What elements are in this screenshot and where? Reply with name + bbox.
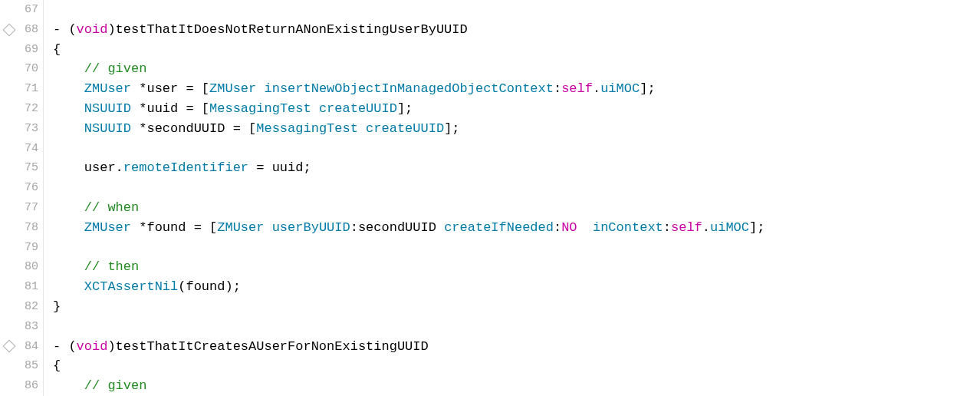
token-plain xyxy=(53,279,84,294)
token-plain xyxy=(53,220,84,235)
token-comment: // when xyxy=(84,200,139,215)
token-type: XCTAssertNil xyxy=(84,279,178,294)
token-plain: { xyxy=(53,42,61,57)
code-line[interactable]: // given xyxy=(53,376,980,396)
token-plain: : xyxy=(554,220,561,235)
code-line[interactable] xyxy=(53,317,980,337)
code-editor[interactable]: 6768697071727374757677787980818283848586… xyxy=(0,0,980,396)
code-line[interactable]: - (void)testThatItDoesNotReturnANonExist… xyxy=(53,20,980,40)
token-plain: } xyxy=(53,299,61,314)
line-number: 75 xyxy=(0,158,38,178)
token-type: NSUUID xyxy=(84,101,131,116)
token-plain: *user = [ xyxy=(131,81,209,96)
token-plain: :secondUUID xyxy=(350,220,444,235)
token-plain xyxy=(53,81,84,96)
code-line[interactable]: { xyxy=(53,40,980,60)
code-line[interactable]: NSUUID *secondUUID = [MessagingTest crea… xyxy=(53,119,980,139)
token-plain xyxy=(53,259,84,274)
token-prop: remoteIdentifier xyxy=(123,160,248,175)
breakpoint-diamond-icon[interactable] xyxy=(3,23,16,36)
code-line[interactable]: - (void)testThatItCreatesAUserForNonExis… xyxy=(53,337,980,357)
token-plain: *found = [ xyxy=(131,220,217,235)
code-line[interactable] xyxy=(53,238,980,258)
code-line[interactable]: ZMUser *found = [ZMUser userByUUID:secon… xyxy=(53,218,980,238)
line-number: 84 xyxy=(0,337,38,357)
token-plain: : xyxy=(554,81,561,96)
token-plain xyxy=(53,101,84,116)
line-number: 69 xyxy=(0,40,38,60)
token-plain: = uuid; xyxy=(248,160,311,175)
token-type: ZMUser xyxy=(84,81,131,96)
line-number: 81 xyxy=(0,277,38,297)
token-method: createUUID xyxy=(319,101,397,116)
token-plain: - ( xyxy=(53,22,77,37)
code-line[interactable] xyxy=(53,139,980,159)
token-kw-self: self xyxy=(671,220,702,235)
token-comment: // given xyxy=(84,378,147,393)
token-type: NSUUID xyxy=(84,121,131,136)
token-plain: (found); xyxy=(178,279,241,294)
line-number: 78 xyxy=(0,218,38,238)
token-kw-void: void xyxy=(77,339,108,354)
breakpoint-diamond-icon[interactable] xyxy=(3,340,16,353)
token-const: NO xyxy=(561,220,577,235)
token-method: insertNewObjectInManagedObjectContext xyxy=(264,81,553,96)
code-line[interactable]: ZMUser *user = [ZMUser insertNewObjectIn… xyxy=(53,79,980,99)
token-plain: ]; xyxy=(444,121,459,136)
token-prop: uiMOC xyxy=(710,220,749,235)
line-number: 73 xyxy=(0,119,38,139)
token-method: createUUID xyxy=(366,121,444,136)
code-line[interactable]: user.remoteIdentifier = uuid; xyxy=(53,158,980,178)
line-number: 76 xyxy=(0,178,38,198)
token-type: ZMUser xyxy=(209,81,256,96)
token-plain: user. xyxy=(53,160,123,175)
code-line[interactable]: XCTAssertNil(found); xyxy=(53,277,980,297)
line-number: 82 xyxy=(0,297,38,317)
code-area[interactable]: - (void)testThatItDoesNotReturnANonExist… xyxy=(44,0,980,396)
line-number: 70 xyxy=(0,59,38,79)
token-plain xyxy=(53,200,84,215)
token-prop: uiMOC xyxy=(600,81,640,96)
token-plain: )testThatItCreatesAUserForNonExistingUUI… xyxy=(107,339,428,354)
token-plain xyxy=(264,220,271,235)
line-number: 67 xyxy=(0,0,38,20)
token-plain xyxy=(577,220,593,235)
token-plain: : xyxy=(663,220,671,235)
code-line[interactable] xyxy=(53,178,980,198)
line-number: 79 xyxy=(0,238,38,258)
code-line[interactable] xyxy=(53,0,980,20)
line-number: 80 xyxy=(0,257,38,277)
code-line[interactable]: { xyxy=(53,356,980,376)
code-line[interactable]: } xyxy=(53,297,980,317)
code-line[interactable]: // then xyxy=(53,257,980,277)
code-line[interactable]: NSUUID *uuid = [MessagingTest createUUID… xyxy=(53,99,980,119)
line-number: 68 xyxy=(0,20,38,40)
token-plain: ]; xyxy=(640,81,655,96)
code-line[interactable]: // when xyxy=(53,198,980,218)
token-type: ZMUser xyxy=(217,220,264,235)
token-kw-void: void xyxy=(77,22,108,37)
token-plain xyxy=(311,101,319,116)
token-plain: *uuid = [ xyxy=(131,101,209,116)
token-plain: ]; xyxy=(397,101,413,116)
line-number: 72 xyxy=(0,99,38,119)
token-plain xyxy=(53,61,84,76)
token-plain xyxy=(53,121,84,136)
token-plain: )testThatItDoesNotReturnANonExistingUser… xyxy=(107,22,467,37)
token-comment: // then xyxy=(84,259,139,274)
token-plain: - ( xyxy=(53,339,77,354)
token-plain: . xyxy=(593,81,600,96)
line-number: 74 xyxy=(0,139,38,159)
code-line[interactable]: // given xyxy=(53,59,980,79)
token-method: userByUUID xyxy=(272,220,350,235)
token-plain xyxy=(256,81,264,96)
token-type: MessagingTest xyxy=(209,101,311,116)
token-method: createIfNeeded xyxy=(444,220,554,235)
token-plain: . xyxy=(702,220,710,235)
token-plain: ]; xyxy=(749,220,765,235)
token-plain xyxy=(53,378,84,393)
line-number-gutter: 6768697071727374757677787980818283848586 xyxy=(0,0,44,396)
token-method: inContext xyxy=(593,220,663,235)
token-plain: { xyxy=(53,358,61,373)
line-number: 71 xyxy=(0,79,38,99)
